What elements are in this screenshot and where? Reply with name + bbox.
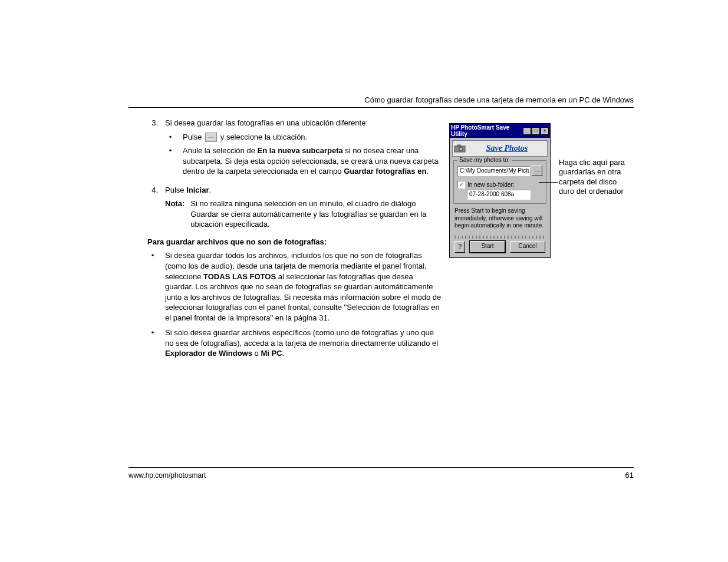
browse-button-icon: [205, 133, 217, 142]
text: .: [426, 167, 429, 176]
save-to-group: Save my photos to: C:\My Documents\My Pi…: [453, 160, 546, 204]
header-rule: [129, 107, 634, 108]
bold: Mi PC: [261, 349, 282, 358]
banner-title: Save Photos: [467, 144, 547, 153]
text: Anule la selección de: [183, 146, 257, 155]
camera-icon: [453, 141, 467, 156]
close-icon[interactable]: ×: [541, 127, 549, 135]
bold: En la nueva subcarpeta: [257, 146, 342, 155]
step-3-bullet-2: • Anule la selección de En la nueva subc…: [165, 146, 442, 177]
callout-text: Haga clic aquí para guardarlas en otra c…: [559, 158, 630, 196]
svg-point-2: [459, 147, 463, 151]
bold: TODAS LAS FOTOS: [203, 272, 276, 281]
bold: Explorador de Windows: [165, 349, 252, 358]
text: Pulse: [183, 133, 202, 141]
maximize-icon[interactable]: □: [532, 127, 540, 135]
bold: Guardar fotografías en: [344, 167, 426, 176]
step-3-intro: Si desea guardar las fotografías en una …: [165, 118, 368, 127]
footer-url: www.hp.com/photosmart: [129, 471, 206, 480]
text: y seleccione la ubicación.: [220, 133, 307, 141]
text: Si sólo desea guardar archivos específic…: [165, 328, 438, 348]
note-body: Si no realiza ninguna selección en un mi…: [190, 199, 442, 230]
svg-rect-1: [457, 145, 460, 147]
minimize-icon[interactable]: _: [523, 127, 531, 135]
note-label: Nota:: [165, 199, 185, 230]
page: Cómo guardar fotografías desde una tarje…: [0, 0, 728, 562]
titlebar: HP PhotoSmart Save Utility _ □ ×: [450, 124, 550, 138]
bold: Iniciar: [186, 186, 209, 194]
bullet-icon: •: [147, 250, 158, 323]
save-utility-dialog: HP PhotoSmart Save Utility _ □ × Save Ph…: [449, 123, 551, 258]
footer-rule: [129, 467, 634, 468]
path-input[interactable]: C:\My Documents\My Pictures: [457, 166, 530, 176]
page-number: 61: [625, 471, 634, 480]
para-bullet-1: • Si desea guardar todos los archivos, i…: [147, 250, 442, 323]
step-3-bullet-1: • Pulse y seleccione la ubicación.: [165, 132, 442, 143]
callout-leader-line: [539, 182, 558, 183]
bullet-icon: •: [147, 328, 158, 359]
browse-button[interactable]: …: [532, 166, 542, 176]
bullet-icon: •: [165, 132, 176, 143]
step-number: 3.: [147, 118, 158, 180]
para-bullet-2: • Si sólo desea guardar archivos específ…: [147, 328, 442, 359]
step-3: 3. Si desea guardar las fotografías en u…: [147, 118, 442, 180]
group-legend: Save my photos to:: [457, 157, 512, 163]
subfolder-input[interactable]: 07-28-2000 608a: [467, 190, 531, 200]
cancel-button[interactable]: Cancel: [510, 241, 545, 253]
text: Pulse: [165, 186, 186, 194]
help-button[interactable]: ?: [454, 241, 465, 253]
banner: Save Photos: [452, 140, 548, 157]
body-text: 3. Si desea guardar las fotografías en u…: [147, 118, 442, 363]
step-number: 4.: [147, 185, 158, 230]
step-4: 4. Pulse Iniciar. Nota: Si no realiza ni…: [147, 185, 442, 230]
text: .: [209, 186, 211, 194]
text: o: [252, 349, 261, 358]
text: .: [282, 349, 285, 358]
instructions-text: Press Start to begin saving immediately,…: [454, 207, 545, 230]
start-button[interactable]: Start: [470, 241, 505, 253]
bullet-icon: •: [165, 146, 176, 177]
running-header: Cómo guardar fotografías desde una tarje…: [364, 95, 634, 104]
checkbox-label: In new sub-folder:: [467, 181, 515, 188]
window-title: HP PhotoSmart Save Utility: [451, 124, 522, 137]
subheading: Para guardar archivos que no son de foto…: [147, 237, 442, 247]
subfolder-checkbox[interactable]: ✓: [457, 181, 465, 189]
progress-indicator: [454, 236, 545, 239]
note: Nota: Si no realiza ninguna selección en…: [165, 199, 442, 230]
